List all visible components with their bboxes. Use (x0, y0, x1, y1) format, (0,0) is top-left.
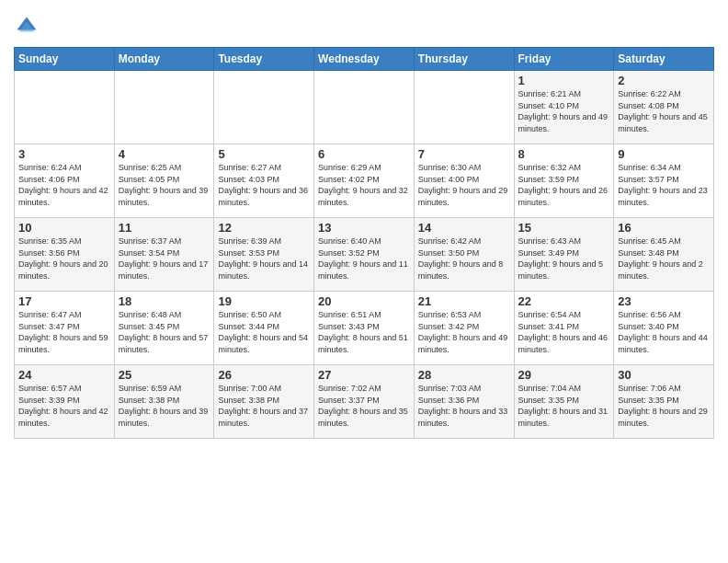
day-info: Sunrise: 6:27 AM Sunset: 4:03 PM Dayligh… (218, 162, 310, 208)
calendar-cell: 16Sunrise: 6:45 AM Sunset: 3:48 PM Dayli… (614, 218, 714, 292)
calendar-cell: 30Sunrise: 7:06 AM Sunset: 3:35 PM Dayli… (614, 365, 714, 439)
day-number: 7 (418, 147, 510, 161)
col-header-saturday: Saturday (614, 48, 714, 71)
calendar-cell: 28Sunrise: 7:03 AM Sunset: 3:36 PM Dayli… (414, 365, 514, 439)
calendar-cell: 25Sunrise: 6:59 AM Sunset: 3:38 PM Dayli… (114, 365, 214, 439)
day-number: 25 (119, 368, 210, 382)
day-number: 6 (318, 147, 410, 161)
calendar-header-row: SundayMondayTuesdayWednesdayThursdayFrid… (15, 48, 714, 71)
col-header-wednesday: Wednesday (314, 48, 415, 71)
day-number: 9 (618, 147, 710, 161)
day-number: 30 (618, 368, 710, 382)
day-info: Sunrise: 7:00 AM Sunset: 3:38 PM Dayligh… (218, 383, 310, 429)
calendar-cell: 13Sunrise: 6:40 AM Sunset: 3:52 PM Dayli… (314, 218, 415, 292)
calendar-cell: 1Sunrise: 6:21 AM Sunset: 4:10 PM Daylig… (514, 71, 614, 144)
day-info: Sunrise: 6:35 AM Sunset: 3:56 PM Dayligh… (18, 236, 110, 282)
day-info: Sunrise: 7:02 AM Sunset: 3:37 PM Dayligh… (318, 383, 410, 429)
day-number: 28 (418, 368, 510, 382)
day-info: Sunrise: 6:30 AM Sunset: 4:00 PM Dayligh… (418, 162, 510, 208)
calendar-cell: 26Sunrise: 7:00 AM Sunset: 3:38 PM Dayli… (214, 365, 314, 439)
calendar-cell: 15Sunrise: 6:43 AM Sunset: 3:49 PM Dayli… (514, 218, 614, 292)
calendar-cell: 17Sunrise: 6:47 AM Sunset: 3:47 PM Dayli… (15, 292, 115, 365)
day-info: Sunrise: 6:51 AM Sunset: 3:43 PM Dayligh… (318, 309, 410, 355)
calendar-week-1: 1Sunrise: 6:21 AM Sunset: 4:10 PM Daylig… (15, 71, 714, 144)
calendar-cell: 9Sunrise: 6:34 AM Sunset: 3:57 PM Daylig… (614, 144, 714, 218)
calendar-week-4: 17Sunrise: 6:47 AM Sunset: 3:47 PM Dayli… (15, 292, 714, 365)
day-info: Sunrise: 6:48 AM Sunset: 3:45 PM Dayligh… (119, 309, 210, 355)
calendar-cell: 20Sunrise: 6:51 AM Sunset: 3:43 PM Dayli… (314, 292, 415, 365)
calendar-cell: 23Sunrise: 6:56 AM Sunset: 3:40 PM Dayli… (614, 292, 714, 365)
day-info: Sunrise: 7:06 AM Sunset: 3:35 PM Dayligh… (618, 383, 710, 429)
calendar-cell: 6Sunrise: 6:29 AM Sunset: 4:02 PM Daylig… (314, 144, 415, 218)
day-number: 1 (518, 74, 610, 87)
day-info: Sunrise: 6:47 AM Sunset: 3:47 PM Dayligh… (18, 309, 110, 355)
calendar-cell: 3Sunrise: 6:24 AM Sunset: 4:06 PM Daylig… (15, 144, 115, 218)
logo-icon (14, 14, 40, 40)
calendar-cell: 24Sunrise: 6:57 AM Sunset: 3:39 PM Dayli… (15, 365, 115, 439)
calendar-cell (314, 71, 415, 144)
day-info: Sunrise: 6:53 AM Sunset: 3:42 PM Dayligh… (418, 309, 510, 355)
calendar-cell (214, 71, 314, 144)
calendar-week-2: 3Sunrise: 6:24 AM Sunset: 4:06 PM Daylig… (15, 144, 714, 218)
calendar-cell: 18Sunrise: 6:48 AM Sunset: 3:45 PM Dayli… (114, 292, 214, 365)
calendar-cell: 29Sunrise: 7:04 AM Sunset: 3:35 PM Dayli… (514, 365, 614, 439)
day-number: 19 (218, 294, 310, 308)
calendar-cell: 2Sunrise: 6:22 AM Sunset: 4:08 PM Daylig… (614, 71, 714, 144)
calendar-cell: 22Sunrise: 6:54 AM Sunset: 3:41 PM Dayli… (514, 292, 614, 365)
day-info: Sunrise: 6:40 AM Sunset: 3:52 PM Dayligh… (318, 236, 410, 282)
calendar-cell: 10Sunrise: 6:35 AM Sunset: 3:56 PM Dayli… (15, 218, 115, 292)
day-number: 29 (518, 368, 610, 382)
day-info: Sunrise: 6:25 AM Sunset: 4:05 PM Dayligh… (119, 162, 210, 208)
day-number: 24 (18, 368, 110, 382)
calendar-cell: 14Sunrise: 6:42 AM Sunset: 3:50 PM Dayli… (414, 218, 514, 292)
calendar-cell: 8Sunrise: 6:32 AM Sunset: 3:59 PM Daylig… (514, 144, 614, 218)
day-info: Sunrise: 6:43 AM Sunset: 3:49 PM Dayligh… (518, 236, 610, 282)
day-number: 18 (119, 294, 210, 308)
day-number: 4 (119, 147, 210, 161)
day-info: Sunrise: 6:39 AM Sunset: 3:53 PM Dayligh… (218, 236, 310, 282)
calendar-cell (114, 71, 214, 144)
day-number: 14 (418, 221, 510, 235)
day-number: 21 (418, 294, 510, 308)
day-info: Sunrise: 6:32 AM Sunset: 3:59 PM Dayligh… (518, 162, 610, 208)
calendar-cell (414, 71, 514, 144)
day-number: 20 (318, 294, 410, 308)
day-info: Sunrise: 6:34 AM Sunset: 3:57 PM Dayligh… (618, 162, 710, 208)
calendar-cell: 21Sunrise: 6:53 AM Sunset: 3:42 PM Dayli… (414, 292, 514, 365)
day-info: Sunrise: 6:22 AM Sunset: 4:08 PM Dayligh… (618, 88, 710, 134)
col-header-friday: Friday (514, 48, 614, 71)
day-info: Sunrise: 6:29 AM Sunset: 4:02 PM Dayligh… (318, 162, 410, 208)
col-header-sunday: Sunday (15, 48, 115, 71)
calendar-cell: 7Sunrise: 6:30 AM Sunset: 4:00 PM Daylig… (414, 144, 514, 218)
day-info: Sunrise: 6:59 AM Sunset: 3:38 PM Dayligh… (119, 383, 210, 429)
calendar-cell: 11Sunrise: 6:37 AM Sunset: 3:54 PM Dayli… (114, 218, 214, 292)
page-container: SundayMondayTuesdayWednesdayThursdayFrid… (0, 0, 728, 448)
day-number: 26 (218, 368, 310, 382)
page-header (14, 9, 714, 40)
col-header-thursday: Thursday (414, 48, 514, 71)
day-number: 2 (618, 74, 710, 87)
day-info: Sunrise: 6:54 AM Sunset: 3:41 PM Dayligh… (518, 309, 610, 355)
day-number: 17 (18, 294, 110, 308)
day-info: Sunrise: 6:21 AM Sunset: 4:10 PM Dayligh… (518, 88, 610, 134)
calendar-cell: 12Sunrise: 6:39 AM Sunset: 3:53 PM Dayli… (214, 218, 314, 292)
day-number: 22 (518, 294, 610, 308)
day-number: 12 (218, 221, 310, 235)
calendar-table: SundayMondayTuesdayWednesdayThursdayFrid… (14, 47, 714, 439)
day-number: 5 (218, 147, 310, 161)
day-number: 27 (318, 368, 410, 382)
day-info: Sunrise: 7:03 AM Sunset: 3:36 PM Dayligh… (418, 383, 510, 429)
day-info: Sunrise: 6:50 AM Sunset: 3:44 PM Dayligh… (218, 309, 310, 355)
day-number: 3 (18, 147, 110, 161)
col-header-monday: Monday (114, 48, 214, 71)
calendar-cell: 5Sunrise: 6:27 AM Sunset: 4:03 PM Daylig… (214, 144, 314, 218)
col-header-tuesday: Tuesday (214, 48, 314, 71)
day-number: 23 (618, 294, 710, 308)
day-number: 8 (518, 147, 610, 161)
day-info: Sunrise: 6:37 AM Sunset: 3:54 PM Dayligh… (119, 236, 210, 282)
day-info: Sunrise: 6:56 AM Sunset: 3:40 PM Dayligh… (618, 309, 710, 355)
day-number: 15 (518, 221, 610, 235)
calendar-cell (15, 71, 115, 144)
day-number: 10 (18, 221, 110, 235)
logo (14, 14, 43, 40)
